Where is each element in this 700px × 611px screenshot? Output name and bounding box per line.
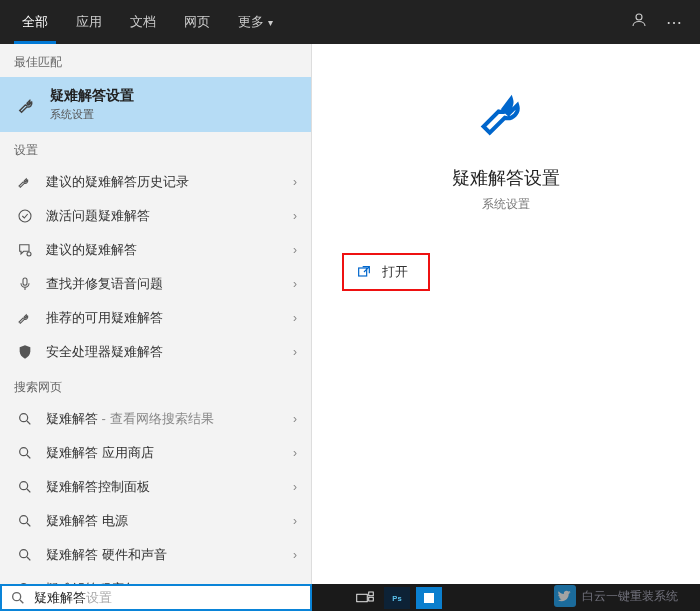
chevron-right-icon: › [293,243,297,257]
wrench-icon [14,310,36,326]
svg-rect-10 [359,268,367,276]
svg-point-2 [27,252,31,256]
list-item[interactable]: 建议的疑难解答历史记录 › [0,165,311,199]
list-item[interactable]: 查找并修复语音问题 › [0,267,311,301]
chevron-right-icon: › [293,548,297,562]
chevron-right-icon: › [293,514,297,528]
watermark: 白云一键重装系统 [554,585,678,607]
best-match-subtitle: 系统设置 [50,107,134,122]
preview-panel: 疑难解答设置 系统设置 打开 [312,44,700,584]
search-icon [14,479,36,495]
settings-section-label: 设置 [0,132,311,165]
chevron-right-icon: › [293,311,297,325]
feedback-icon[interactable] [630,11,648,33]
list-item[interactable]: 激活问题疑难解答 › [0,199,311,233]
list-item[interactable]: 推荐的可用疑难解答 › [0,301,311,335]
list-item[interactable]: 安全处理器疑难解答 › [0,335,311,369]
svg-text:Ps: Ps [392,593,401,602]
tab-all[interactable]: 全部 [8,0,62,44]
list-item[interactable]: 疑难解答 硬件和声音 › [0,538,311,572]
taskview-icon[interactable] [352,587,378,609]
list-item[interactable]: 疑难解答 电源 › [0,504,311,538]
svg-rect-14 [369,597,374,601]
preview-subtitle: 系统设置 [482,196,530,213]
search-bar[interactable]: 疑难解答设置 [0,584,312,611]
search-icon [14,411,36,427]
taskbar-app-icon[interactable]: Ps [384,587,410,609]
chevron-down-icon: ▾ [268,17,273,28]
results-list: 建议的疑难解答历史记录 › 激活问题疑难解答 › 建议的疑难解答 › 查找并修复… [0,165,311,584]
preview-title: 疑难解答设置 [452,166,560,190]
chevron-right-icon: › [293,446,297,460]
best-match-label: 最佳匹配 [0,44,311,77]
list-item[interactable]: 建议的疑难解答 › [0,233,311,267]
svg-rect-13 [369,592,374,596]
svg-point-4 [20,414,28,422]
wrench-icon [14,94,42,116]
mic-icon [14,276,36,292]
open-button[interactable]: 打开 [342,253,430,291]
wrench-icon [476,84,536,148]
list-item[interactable]: 疑难解答程序包 › [0,572,311,584]
wrench-icon [14,174,36,190]
bird-icon [554,585,576,607]
svg-point-0 [636,14,642,20]
svg-point-7 [20,516,28,524]
best-match-title: 疑难解答设置 [50,87,134,105]
svg-point-11 [13,592,21,600]
search-autocomplete-ghost: 设置 [86,589,112,607]
chevron-right-icon: › [293,277,297,291]
more-options-icon[interactable]: ⋯ [666,13,682,32]
chevron-right-icon: › [293,480,297,494]
search-scope-tabs: 全部 应用 文档 网页 更多▾ [8,0,287,44]
web-section-label: 搜索网页 [0,369,311,402]
search-icon [14,445,36,461]
svg-point-5 [20,448,28,456]
chevron-right-icon: › [293,345,297,359]
tab-web[interactable]: 网页 [170,0,224,44]
open-icon [356,264,372,280]
list-item[interactable]: 疑难解答控制面板 › [0,470,311,504]
list-item[interactable]: 疑难解答 - 查看网络搜索结果 › [0,402,311,436]
svg-rect-12 [357,594,368,602]
search-icon [14,547,36,563]
shield-icon [14,344,36,360]
chevron-right-icon: › [293,175,297,189]
tab-documents[interactable]: 文档 [116,0,170,44]
header-bar: 全部 应用 文档 网页 更多▾ ⋯ [0,0,700,44]
search-typed-text: 疑难解答 [34,589,86,607]
svg-point-6 [20,482,28,490]
tab-more[interactable]: 更多▾ [224,0,287,44]
svg-point-1 [19,210,31,222]
feedback-icon [14,242,36,258]
tab-apps[interactable]: 应用 [62,0,116,44]
best-match-result[interactable]: 疑难解答设置 系统设置 [0,77,311,132]
taskbar-app-icon[interactable] [416,587,442,609]
svg-rect-3 [23,278,27,285]
chevron-right-icon: › [293,209,297,223]
svg-point-8 [20,550,28,558]
search-icon [14,513,36,529]
check-circle-icon [14,208,36,224]
search-icon [10,590,26,606]
list-item[interactable]: 疑难解答 应用商店 › [0,436,311,470]
results-panel: 最佳匹配 疑难解答设置 系统设置 设置 建议的疑难解答历史记录 › 激活问题疑难… [0,44,312,584]
chevron-right-icon: › [293,412,297,426]
